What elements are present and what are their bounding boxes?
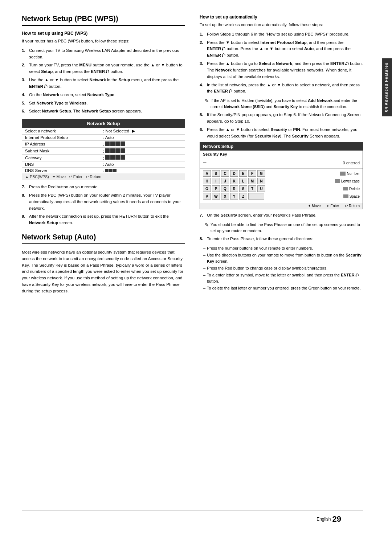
network-setup-box: Network Setup Select a network : Not Sel… [22,119,185,180]
key-q[interactable]: Q [221,185,229,192]
key-v[interactable]: V [203,193,211,200]
row-label: Internet Protocol Setup [22,135,100,141]
key-z[interactable]: Z [239,193,247,200]
network-box-header: Network Setup [22,119,185,128]
key-w[interactable]: W [212,193,220,200]
row-label: IP Address [22,141,100,148]
auto-step-6: 6. Press the ▲ or ▼ button to select Sec… [200,127,363,140]
note-text: You should be able to find the Pass Phra… [211,222,363,234]
step-text: In the list of networks, press the ▲ or … [207,82,363,95]
page-footer: English 29 [22,510,363,527]
lowercase-icon [335,179,340,183]
key-row-1: A B C D E F G Number [203,170,360,177]
section2-title: Network Setup (Auto) [22,233,185,244]
row-value: : [100,168,185,174]
key-o[interactable]: O [203,185,211,192]
key-g[interactable]: G [257,170,265,177]
security-box-header: Network Setup [200,143,363,151]
key-m[interactable]: M [248,178,256,184]
step-text: Connect your TV to Samsung Wireless LAN … [29,48,185,61]
row-label: Gateway [22,155,100,161]
auto-steps-4: 8. To enter the Pass Phrase, follow thes… [200,236,363,242]
step-num: 3. [200,61,205,80]
keyboard-area: A B C D E F G Number [200,169,363,203]
auto-step-1: 1. Follow Steps 1 through 6 in the "How … [200,31,363,38]
footer-text: ▲ PBC(WPS) ✦ Move ↵ Enter ↩ Return [25,174,101,179]
auto-step-5: 5. If the Security/PIN pop-up appears, g… [200,112,363,125]
key-i[interactable]: I [212,178,220,184]
key-c[interactable]: C [221,170,229,177]
step-num: 2. [200,40,205,59]
step-num: 1. [22,48,27,61]
row-value: : Auto [100,161,185,168]
section1-intro: If your router has a PBC (WPS) button, f… [22,38,185,45]
key-s[interactable]: S [239,185,247,192]
lowercase-label: Lower case [341,179,360,183]
key-n[interactable]: N [257,178,265,184]
key-j[interactable]: J [221,178,229,184]
left-column: Network Setup (PBC (WPS)) How to set up … [22,15,185,510]
key-d[interactable]: D [230,170,238,177]
step-num: 4. [200,82,205,95]
key-a[interactable]: A [203,170,211,177]
key-u[interactable]: U [257,185,265,192]
step-num: 2. [22,62,27,75]
auto-step-7: 7. On the Security screen, enter your ne… [200,212,363,219]
key-label-delete: Delete [343,187,360,191]
auto-step-3: 3. Press the ▲ button to go to Select a … [200,61,363,80]
step-5: 5. Set Network Type to Wireless. [22,100,185,107]
key-h[interactable]: H [203,178,211,184]
row-label: DNS Server [22,168,100,174]
key-k[interactable]: K [230,178,238,184]
security-box-footer: ✦ Move ↵ Enter ↩ Return [200,203,363,209]
table-row: Select a network : Not Selected ▶ [22,128,185,135]
step-text: On the Security screen, enter your netwo… [207,212,317,219]
section1-title: Network Setup (PBC (WPS)) [22,15,185,26]
step-3: 3. Use the ▲ or ▼ button to select Netwo… [22,77,185,90]
table-row: Gateway : [22,155,185,161]
step-text: Press the ▼ button to select Internet Pr… [207,40,363,59]
key-label-space: Space [343,194,360,198]
keys-hijklmn: H I J K L M N [203,178,265,184]
key-b[interactable]: B [212,170,220,177]
step-num: 8. [22,192,27,212]
key-r[interactable]: R [230,185,238,192]
step-text: On the Network screen, select Network Ty… [29,92,115,98]
note2: ✎ You should be able to find the Pass Ph… [205,222,363,234]
security-key-field: – 0 entered [200,157,363,169]
space-icon [343,194,348,198]
row-label: Select a network [22,128,100,135]
key-x[interactable]: X [221,193,229,200]
step-num: 5. [200,112,205,125]
row-label: DNS [22,161,100,168]
key-p[interactable]: P [212,185,220,192]
number-label: Number [347,172,360,176]
number-icon [340,172,346,176]
key-t[interactable]: T [248,185,256,192]
security-dash: – [203,159,207,167]
step-text: Press the ▲ or ▼ button to select Securi… [207,127,363,140]
table-row: DNS : Auto [22,161,185,168]
step-text: Press the PBC (WPS) button on your route… [29,192,185,212]
key-f[interactable]: F [248,170,256,177]
table-row: Internet Protocol Setup : Auto [22,135,185,141]
key-y[interactable]: Y [230,193,238,200]
keys-abcdefg: A B C D E F G [203,170,265,177]
page: 04 Advanced Features Network Setup (PBC … [0,0,392,542]
right-column: How to set up automatically To set up th… [200,15,363,510]
key-e[interactable]: E [239,170,247,177]
row-label: Subnet Mask [22,148,100,155]
key-space1[interactable] [248,193,264,200]
key-label-number: Number [340,172,360,176]
step-6: 6. Select Network Setup. The Network Set… [22,108,185,115]
keys-vwxyz: V W X Y Z [203,193,264,200]
delete-label: Delete [349,187,360,191]
note-text: If the AP is set to Hidden (Invisible), … [211,98,363,110]
step-text: Turn on your TV, press the MENU button o… [29,62,185,75]
key-l[interactable]: L [239,178,247,184]
side-tab: 04 Advanced Features [382,58,392,116]
row-value: : Not Selected ▶ [100,128,185,135]
step-num: 1. [200,31,205,38]
step-num: 9. [22,213,27,226]
steps-list-1: 1. Connect your TV to Samsung Wireless L… [22,48,185,115]
